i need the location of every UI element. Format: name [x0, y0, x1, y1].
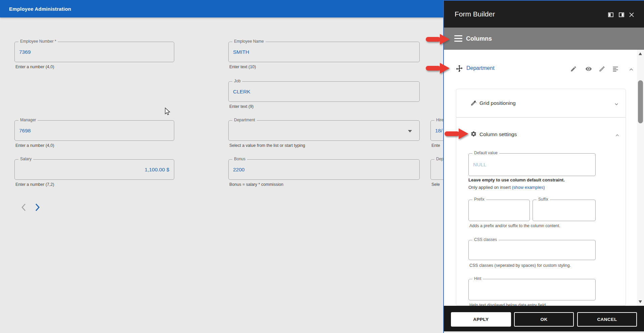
- chevron-down-icon: [614, 101, 619, 107]
- hint-label: Hint: [472, 276, 483, 281]
- scroll-up-icon[interactable]: [639, 52, 642, 55]
- job-helper: Enter text (9): [229, 104, 254, 109]
- job-value: CLERK: [233, 89, 250, 95]
- card-divider: [456, 117, 626, 118]
- default-value-label: Default value: [472, 151, 499, 155]
- css-classes-help: CSS classes (seperated by spaces) for cu…: [469, 263, 571, 268]
- wand-icon: [470, 100, 478, 108]
- panel-footer: APPLY OK CANCEL: [444, 306, 644, 331]
- visibility-column-button[interactable]: [585, 65, 593, 73]
- dock-left-button[interactable]: [607, 12, 614, 18]
- employee-number-field[interactable]: Employee Number * 7369: [14, 42, 174, 62]
- department2-helper: Sele: [431, 182, 440, 187]
- red-callout-arrow: [426, 33, 450, 45]
- employee-name-label: Employee Name: [232, 39, 266, 44]
- arrow-cursor-icon: [165, 108, 171, 116]
- edit-column-button[interactable]: [598, 65, 606, 73]
- hire-date-value: 18/: [435, 128, 443, 134]
- employee-name-field[interactable]: Employee Name SMITH: [228, 42, 420, 62]
- employee-name-helper: Enter text (10): [229, 65, 256, 69]
- scroll-down-icon[interactable]: [639, 300, 642, 303]
- apply-button[interactable]: APPLY: [451, 312, 511, 327]
- eye-icon: [585, 66, 592, 72]
- next-record-button[interactable]: [33, 203, 42, 212]
- column-item-department[interactable]: Department: [466, 65, 495, 71]
- chevron-up-icon: [628, 67, 634, 73]
- show-examples-link[interactable]: (show examples): [512, 185, 545, 190]
- default-value-note-bold: Leave empty to use column default constr…: [468, 177, 565, 182]
- drag-column-handle[interactable]: [455, 65, 463, 73]
- gear-icon: [470, 131, 478, 139]
- close-icon: [629, 12, 634, 17]
- bonus-value: 2200: [233, 167, 244, 173]
- default-value-field[interactable]: Default value NULL: [468, 153, 596, 176]
- prev-chevron-icon: [20, 203, 28, 212]
- next-chevron-icon: [33, 203, 41, 212]
- column-settings-header[interactable]: Column settings: [479, 131, 517, 137]
- hamburger-icon: [454, 35, 462, 42]
- cancel-button[interactable]: CANCEL: [577, 312, 637, 327]
- chevron-up-icon: [615, 133, 620, 138]
- dock-right-button[interactable]: [618, 12, 625, 18]
- columns-section-label: Columns: [466, 35, 492, 42]
- ok-button[interactable]: OK: [514, 312, 574, 327]
- panel-titlebar: Form Builder: [444, 1, 644, 28]
- department-helper: Select a value from the list or start ty…: [229, 143, 305, 148]
- bonus-label: Bonus: [232, 157, 247, 161]
- dock-right-icon: [619, 12, 624, 17]
- hint-field[interactable]: Hint: [468, 279, 596, 300]
- department-select-field[interactable]: Department: [228, 120, 420, 141]
- grid-positioning-header[interactable]: Grid positioning: [479, 100, 516, 106]
- department-label: Department: [232, 118, 257, 122]
- form-builder-panel: Form Builder Columns: [443, 0, 644, 333]
- align-column-button[interactable]: [611, 65, 619, 73]
- rename-column-button[interactable]: [569, 65, 578, 73]
- screen: Employee Administration Employee Number …: [0, 0, 644, 333]
- collapse-column-settings-button[interactable]: [613, 132, 621, 140]
- manager-label: Manager: [18, 118, 38, 122]
- manager-field[interactable]: Manager 7698: [14, 120, 174, 141]
- prefix-field[interactable]: Prefix: [468, 200, 530, 221]
- manager-helper: Enter a number (4,0): [15, 143, 54, 148]
- employee-number-value: 7369: [19, 49, 31, 55]
- employee-number-label: Employee Number *: [18, 39, 58, 44]
- red-callout-arrow: [426, 62, 450, 74]
- suffix-field[interactable]: Suffix: [533, 200, 596, 221]
- columns-section-header[interactable]: Columns: [444, 28, 644, 50]
- edit-outline-icon: [599, 66, 605, 72]
- app-title: Employee Administration: [9, 6, 71, 12]
- dropdown-caret-icon[interactable]: [408, 130, 412, 132]
- salary-field[interactable]: Salary 1,100.00 $: [14, 159, 174, 180]
- job-field[interactable]: Job CLERK: [228, 81, 420, 102]
- panel-title: Form Builder: [455, 10, 495, 18]
- css-classes-field[interactable]: CSS classes: [468, 240, 596, 260]
- employee-name-value: SMITH: [233, 49, 249, 55]
- prev-record-button[interactable]: [19, 203, 28, 212]
- hire-date-helper: Ente: [431, 143, 440, 148]
- job-label: Job: [232, 79, 242, 83]
- employee-number-helper: Enter a number (4,0): [15, 65, 54, 69]
- expand-grid-positioning-button[interactable]: [612, 100, 620, 109]
- suffix-label: Suffix: [537, 197, 550, 202]
- prefix-suffix-help: Adds a prefix and/or suffix to the colum…: [469, 223, 560, 228]
- default-value-placeholder: NULL: [473, 162, 487, 168]
- red-callout-arrow: [445, 128, 469, 140]
- dock-left-icon: [608, 12, 613, 17]
- salary-helper: Enter a number (7,2): [15, 182, 54, 187]
- close-panel-button[interactable]: [628, 12, 635, 18]
- manager-value: 7698: [19, 128, 31, 134]
- css-classes-label: CSS classes: [472, 237, 499, 242]
- panel-scrollbar[interactable]: [637, 50, 644, 306]
- scrollbar-thumb[interactable]: [638, 80, 643, 123]
- bonus-helper: Bonus = salary * commission: [229, 182, 283, 187]
- collapse-column-button[interactable]: [627, 66, 635, 74]
- panel-resize-edge[interactable]: [444, 331, 644, 333]
- move-icon: [455, 65, 463, 73]
- default-value-note: Only applied on insert (show examples): [468, 185, 545, 190]
- prefix-label: Prefix: [472, 197, 486, 202]
- align-left-icon: [612, 66, 619, 72]
- salary-value: 1,100.00 $: [145, 167, 169, 173]
- bonus-field[interactable]: Bonus 2200: [228, 159, 420, 180]
- pencil-icon: [570, 66, 577, 72]
- salary-label: Salary: [18, 157, 33, 161]
